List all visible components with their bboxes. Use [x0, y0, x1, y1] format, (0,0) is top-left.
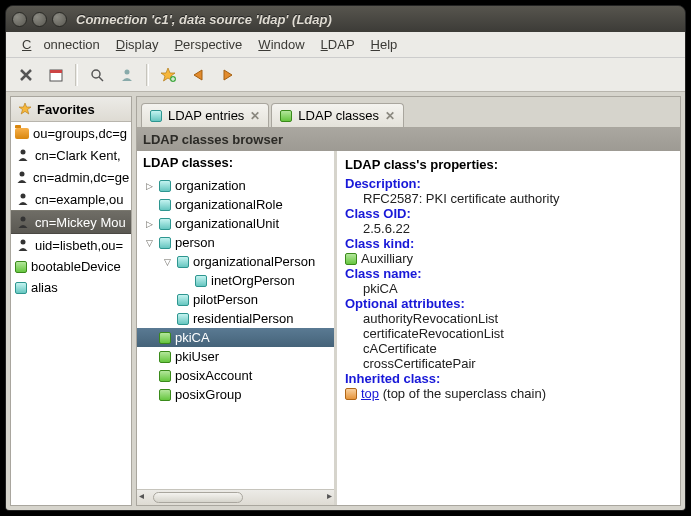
tree-node[interactable]: posixAccount [137, 366, 334, 385]
props-title: LDAP class's properties: [345, 153, 672, 176]
tree-label: inetOrgPerson [211, 273, 295, 288]
class-link-icon [345, 388, 357, 400]
favorite-item[interactable]: cn=Mickey Mou [11, 210, 131, 234]
horizontal-scrollbar[interactable] [137, 489, 334, 505]
name-label: Class name: [345, 266, 672, 281]
minimize-icon[interactable] [32, 12, 47, 27]
class-aux-icon [15, 261, 27, 273]
tree-node[interactable]: inetOrgPerson [137, 271, 334, 290]
user-icon[interactable] [113, 61, 141, 89]
tree-twisty-icon[interactable] [143, 370, 155, 382]
tree-label: residentialPerson [193, 311, 293, 326]
tab-label: LDAP classes [298, 108, 379, 123]
tree-node[interactable]: ▽person [137, 233, 334, 252]
close-icon[interactable] [12, 12, 27, 27]
favorite-item[interactable]: bootableDevice [11, 256, 131, 277]
inherited-suffix: (top of the superclass chain) [379, 386, 546, 401]
properties-pane: LDAP class's properties: Description: RF… [337, 151, 680, 505]
tree-twisty-icon[interactable] [161, 313, 173, 325]
calendar-icon[interactable] [42, 61, 70, 89]
class-struct-icon [159, 199, 171, 211]
tree-label: posixAccount [175, 368, 252, 383]
person-icon [15, 169, 29, 185]
tab-ldap-classes[interactable]: LDAP classes ✕ [271, 103, 404, 127]
tree-node[interactable]: pkiUser [137, 347, 334, 366]
optional-attribute: cACertificate [363, 341, 672, 356]
tree-twisty-icon[interactable] [143, 351, 155, 363]
tree-twisty-icon[interactable]: ▷ [143, 180, 155, 192]
optional-attribute: authorityRevocationList [363, 311, 672, 326]
oid-label: Class OID: [345, 206, 672, 221]
name-value: pkiCA [363, 281, 672, 296]
tree[interactable]: ▷organizationorganizationalRole▷organiza… [137, 174, 334, 489]
tree-node[interactable]: organizationalRole [137, 195, 334, 214]
maximize-icon[interactable] [52, 12, 67, 27]
tab-ldap-entries[interactable]: LDAP entries ✕ [141, 103, 269, 127]
person-icon [15, 214, 31, 230]
tree-label: posixGroup [175, 387, 241, 402]
tree-label: person [175, 235, 215, 250]
favorite-label: cn=Clark Kent, [35, 148, 121, 163]
tree-twisty-icon[interactable]: ▷ [143, 218, 155, 230]
tree-twisty-icon[interactable] [143, 199, 155, 211]
favorite-label: bootableDevice [31, 259, 121, 274]
tree-node[interactable]: ▷organization [137, 176, 334, 195]
aux-icon [345, 253, 357, 265]
svg-point-9 [21, 240, 26, 245]
svg-point-7 [21, 194, 26, 199]
titlebar[interactable]: Connection 'c1', data source 'ldap' (Lda… [6, 6, 685, 32]
search-icon[interactable] [83, 61, 111, 89]
tree-twisty-icon[interactable] [179, 275, 191, 287]
tree-node[interactable]: ▽organizationalPerson [137, 252, 334, 271]
tree-twisty-icon[interactable] [143, 389, 155, 401]
tree-twisty-icon[interactable]: ▽ [143, 237, 155, 249]
back-icon[interactable] [184, 61, 212, 89]
optional-attribute: crossCertificatePair [363, 356, 672, 371]
tab-close-icon[interactable]: ✕ [250, 109, 260, 123]
class-aux-icon [159, 370, 171, 382]
menu-perspective[interactable]: Perspective [168, 35, 248, 54]
inherited-link[interactable]: top [361, 386, 379, 401]
tree-twisty-icon[interactable]: ▽ [161, 256, 173, 268]
tree-twisty-icon[interactable] [143, 332, 155, 344]
tree-node[interactable]: residentialPerson [137, 309, 334, 328]
scroll-thumb[interactable] [153, 492, 243, 503]
entries-icon [150, 110, 162, 122]
tab-close-icon[interactable]: ✕ [385, 109, 395, 123]
optional-label: Optional attributes: [345, 296, 672, 311]
favorite-label: cn=example,ou [35, 192, 124, 207]
tree-node[interactable]: ▷organizationalUnit [137, 214, 334, 233]
favorite-label: ou=groups,dc=g [33, 126, 127, 141]
tree-label: pilotPerson [193, 292, 258, 307]
forward-icon[interactable] [214, 61, 242, 89]
favorite-label: uid=lisbeth,ou= [35, 238, 123, 253]
menu-connection[interactable]: Connection [16, 35, 106, 54]
star-icon [17, 101, 33, 117]
menu-help[interactable]: Help [365, 35, 404, 54]
favorite-item[interactable]: cn=admin,dc=ge [11, 166, 131, 188]
favorite-item[interactable]: cn=example,ou [11, 188, 131, 210]
favorite-label: cn=Mickey Mou [35, 215, 126, 230]
description-label: Description: [345, 176, 672, 191]
tree-node[interactable]: posixGroup [137, 385, 334, 404]
menu-ldap[interactable]: LDAP [315, 35, 361, 54]
toolbar [6, 58, 685, 92]
class-struct-icon [159, 237, 171, 249]
svg-point-3 [125, 69, 130, 74]
menubar: Connection Display Perspective Window LD… [6, 32, 685, 58]
optional-attribute: certificateRevocationList [363, 326, 672, 341]
favorite-add-icon[interactable] [154, 61, 182, 89]
favorite-item[interactable]: uid=lisbeth,ou= [11, 234, 131, 256]
favorite-item[interactable]: alias [11, 277, 131, 298]
favorite-item[interactable]: ou=groups,dc=g [11, 122, 131, 144]
folder-icon [15, 125, 29, 141]
menu-window[interactable]: Window [252, 35, 310, 54]
tree-node[interactable]: pkiCA [137, 328, 334, 347]
tree-twisty-icon[interactable] [161, 294, 173, 306]
close-tab-icon[interactable] [12, 61, 40, 89]
tree-node[interactable]: pilotPerson [137, 290, 334, 309]
menu-display[interactable]: Display [110, 35, 165, 54]
favorite-item[interactable]: cn=Clark Kent, [11, 144, 131, 166]
kind-label: Class kind: [345, 236, 672, 251]
person-icon [15, 191, 31, 207]
